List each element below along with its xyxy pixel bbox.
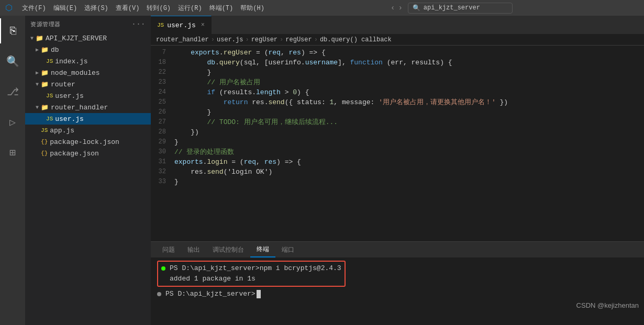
- terminal-line-1: PS D:\api_kjzt_server> npm i bcryptjs@2.…: [161, 263, 341, 274]
- sidebar-item-label: package.json: [50, 150, 99, 158]
- sidebar-item-app[interactable]: ▶ JS app.js: [25, 125, 151, 136]
- line-number: 18: [151, 58, 174, 68]
- line-content: return res.send({ status: 1, message: '用…: [174, 97, 644, 107]
- sidebar-item-label: user.js: [55, 115, 84, 123]
- activity-explorer[interactable]: ⎘: [0, 18, 25, 43]
- terminal-line-2: added 1 package in 1s: [161, 274, 341, 284]
- line-content: }: [174, 177, 644, 187]
- sidebar-item-pkg-json[interactable]: ▶ {} package.json: [25, 148, 151, 159]
- sidebar-tree: ▼ 📁 API_KJZT_SERVER ▶ 📁 db ▶ JS index.js…: [25, 32, 151, 325]
- tab-bar: JS user.js ×: [151, 16, 644, 34]
- code-line: 33}: [151, 177, 644, 187]
- breadcrumb-user-js[interactable]: user.js: [217, 36, 243, 43]
- activity-search[interactable]: 🔍: [0, 49, 25, 74]
- json-icon: {}: [41, 150, 48, 156]
- menu-terminal[interactable]: 终端(T): [209, 4, 234, 13]
- line-number: 24: [151, 87, 174, 97]
- terminal-dot-grey: [157, 292, 161, 296]
- line-content: }: [174, 68, 644, 77]
- line-content: if (results.length > 0) {: [174, 87, 644, 97]
- breadcrumb-sep-2: ›: [245, 36, 249, 43]
- menu-file[interactable]: 文件(F): [22, 4, 46, 13]
- terminal-line-3: PS D:\api_kjzt_server>: [157, 289, 638, 299]
- panel-tab-ports[interactable]: 端口: [275, 242, 301, 257]
- sidebar-item-router[interactable]: ▼ 📁 router: [25, 79, 151, 90]
- terminal-dot: [161, 266, 165, 271]
- breadcrumb-reg-user-2[interactable]: regUser: [285, 36, 312, 43]
- nav-arrows: ‹ ›: [391, 4, 403, 12]
- menu-edit[interactable]: 编辑(E): [53, 4, 77, 13]
- tab-js-icon: JS: [157, 22, 164, 28]
- menu-goto[interactable]: 转到(G): [147, 4, 171, 13]
- sidebar-item-db[interactable]: ▶ 📁 db: [25, 44, 151, 55]
- tab-close-button[interactable]: ×: [201, 21, 205, 29]
- panel-tab-output[interactable]: 输出: [181, 242, 206, 257]
- main-content: ⎘ 🔍 ⎇ ▷ ⊞ 资源管理器 ··· ▼ 📁 API_KJZT_SERVER …: [0, 16, 644, 325]
- sidebar-item-node-modules[interactable]: ▶ 📁 node_modules: [25, 67, 151, 79]
- panel-tab-debug[interactable]: 调试控制台: [206, 242, 250, 257]
- arrow-icon: ▼: [30, 36, 34, 41]
- terminal-cursor: [257, 290, 261, 298]
- code-editor[interactable]: 7 exports.regUser = (req, res) => {18 db…: [151, 46, 644, 241]
- line-number: 23: [151, 77, 174, 87]
- menu-run[interactable]: 运行(R): [178, 4, 202, 13]
- arrow-icon: ▶: [36, 70, 39, 76]
- activity-source-control[interactable]: ⎇: [0, 79, 25, 104]
- forward-arrow-icon[interactable]: ›: [398, 4, 402, 12]
- code-line: 28 }): [151, 127, 644, 137]
- breadcrumb-reg-user-1[interactable]: regUser: [251, 36, 277, 43]
- panel-tab-terminal[interactable]: 终端: [250, 242, 275, 257]
- line-content: exports.login = (req, res) => {: [174, 157, 644, 167]
- sidebar-item-label: user.js: [55, 92, 84, 100]
- terminal-output-1: added 1 package in 1s: [161, 274, 256, 284]
- panel-tab-problems[interactable]: 问题: [156, 242, 181, 257]
- tab-name: user.js: [167, 21, 196, 29]
- line-content: // TODO: 用户名可用，继续后续流程...: [174, 117, 644, 127]
- menu-view[interactable]: 查看(V): [116, 4, 140, 13]
- activity-extensions[interactable]: ⊞: [0, 140, 25, 165]
- activity-debug[interactable]: ▷: [0, 109, 25, 135]
- sidebar-item-root[interactable]: ▼ 📁 API_KJZT_SERVER: [25, 32, 151, 44]
- line-content: }: [174, 107, 644, 117]
- menu-help[interactable]: 帮助(H): [240, 4, 264, 13]
- activity-bar: ⎘ 🔍 ⎇ ▷ ⊞: [0, 16, 25, 325]
- line-number: 27: [151, 117, 174, 127]
- panel: 问题 输出 调试控制台 终端 端口 PS D:\api_kjzt_server>…: [151, 241, 644, 325]
- panel-tabs: 问题 输出 调试控制台 终端 端口: [151, 242, 644, 257]
- sidebar-item-db-index[interactable]: ▶ JS index.js: [25, 55, 151, 67]
- sidebar-item-pkg-lock[interactable]: ▶ {} package-lock.json: [25, 136, 151, 148]
- breadcrumb: router_handler › user.js › regUser › reg…: [151, 34, 644, 46]
- sidebar-item-label: API_KJZT_SERVER: [46, 35, 107, 42]
- terminal-prompt-2: PS D:\api_kjzt_server>: [165, 289, 256, 299]
- line-number: 33: [151, 177, 174, 187]
- line-number: 26: [151, 107, 174, 117]
- back-arrow-icon[interactable]: ‹: [391, 4, 395, 12]
- terminal-prompt-1: PS D:\api_kjzt_server>: [170, 263, 260, 274]
- js-icon: JS: [46, 116, 53, 122]
- line-number: 22: [151, 68, 174, 77]
- code-line: 7 exports.regUser = (req, res) => {: [151, 48, 644, 58]
- js-icon: JS: [41, 127, 48, 133]
- search-bar[interactable]: 🔍 api_kjzt_server: [408, 3, 513, 14]
- menu-select[interactable]: 选择(S): [84, 4, 108, 13]
- tab-user-js[interactable]: JS user.js ×: [151, 16, 212, 34]
- sidebar-header: 资源管理器 ···: [25, 16, 151, 32]
- terminal-cmd-1: npm i bcryptjs@2.4.3: [260, 263, 341, 274]
- breadcrumb-db-query[interactable]: db.query() callback: [320, 36, 392, 43]
- code-line: 25 return res.send({ status: 1, message:…: [151, 97, 644, 107]
- sidebar-item-label: db: [51, 46, 59, 54]
- sidebar-item-handler-user[interactable]: ▶ JS user.js: [25, 113, 151, 125]
- breadcrumb-router-handler[interactable]: router_handler: [156, 36, 209, 43]
- line-number: 32: [151, 167, 174, 177]
- arrow-icon: ▼: [36, 82, 39, 87]
- search-icon: 🔍: [413, 4, 420, 12]
- line-number: 30: [151, 147, 174, 157]
- sidebar-item-router-handler[interactable]: ▼ 📁 router_handler: [25, 102, 151, 113]
- watermark: CSDN @kejizhentan: [576, 301, 639, 309]
- folder-icon: 📁: [41, 69, 49, 77]
- js-icon: JS: [46, 58, 53, 64]
- code-line: 22 }: [151, 68, 644, 77]
- sidebar-item-router-user[interactable]: ▶ JS user.js: [25, 90, 151, 102]
- sidebar-options-button[interactable]: ···: [131, 20, 146, 28]
- terminal-highlight-box: PS D:\api_kjzt_server> npm i bcryptjs@2.…: [157, 261, 346, 287]
